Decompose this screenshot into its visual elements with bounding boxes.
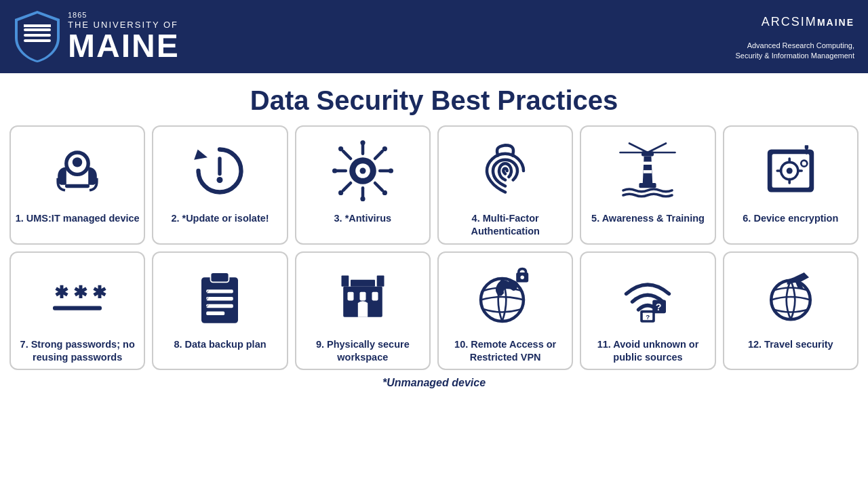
svg-marker-33 xyxy=(643,156,652,183)
svg-rect-61 xyxy=(377,275,384,286)
svg-point-19 xyxy=(389,168,393,173)
svg-rect-2 xyxy=(24,39,51,42)
svg-rect-51 xyxy=(211,272,229,282)
svg-rect-1 xyxy=(24,34,51,37)
svg-point-13 xyxy=(360,140,365,145)
globe-lock-icon xyxy=(468,260,542,334)
svg-rect-53 xyxy=(207,297,234,300)
clipboard-icon: ✓ ✓ ✓ xyxy=(182,260,257,334)
card-9-label: 9. Physically secure workspace xyxy=(300,338,425,364)
university-logo: 1865 THE UNIVERSITY OF MAINE xyxy=(14,9,180,64)
svg-rect-35 xyxy=(644,170,652,174)
card-10-label: 10. Remote Access or Restricted VPN xyxy=(443,338,568,364)
card-2-label: 2. *Update or isolate! xyxy=(171,212,269,225)
svg-rect-60 xyxy=(351,279,375,286)
university-name-block: 1865 THE UNIVERSITY OF MAINE xyxy=(68,11,180,63)
page-title: Data Security Best Practices xyxy=(0,73,868,125)
svg-point-4 xyxy=(73,157,82,167)
svg-rect-59 xyxy=(341,275,349,286)
card-8-label: 8. Data backup plan xyxy=(174,338,266,351)
svg-point-25 xyxy=(382,146,387,151)
lighthouse-icon xyxy=(610,134,685,208)
svg-rect-49 xyxy=(53,306,102,310)
card-12-label: 12. Travel security xyxy=(748,338,833,351)
svg-point-8 xyxy=(217,177,223,183)
card-10: 10. Remote Access or Restricted VPN xyxy=(437,251,573,371)
svg-rect-36 xyxy=(639,183,656,188)
card-3-label: 3. *Antivirus xyxy=(334,212,392,225)
svg-line-24 xyxy=(375,151,382,159)
svg-rect-5 xyxy=(65,184,90,188)
cards-grid: 1. UMS:IT managed device 2. *Update or i… xyxy=(0,125,868,370)
card-9: 9. Physically secure workspace xyxy=(295,251,431,371)
card-11-label: 11. Avoid unknown or public sources xyxy=(585,338,710,364)
card-12: 12. Travel security xyxy=(723,251,859,371)
fingerprint-icon xyxy=(468,134,542,208)
virus-icon xyxy=(326,134,400,208)
svg-rect-63 xyxy=(347,291,353,300)
card-7: ✱ ✱ ✱ 7. Strong passwords; no reusing pa… xyxy=(9,251,145,371)
svg-point-27 xyxy=(338,190,343,195)
page-header: 1865 THE UNIVERSITY OF MAINE ARCSIMMAINE… xyxy=(0,0,868,73)
svg-point-74 xyxy=(771,280,810,319)
svg-line-20 xyxy=(343,151,351,159)
svg-rect-54 xyxy=(207,304,234,307)
card-3: 3. *Antivirus xyxy=(295,125,431,245)
svg-line-29 xyxy=(648,144,666,153)
footer-note: *Unmanaged device xyxy=(0,377,868,389)
svg-line-28 xyxy=(629,144,648,153)
svg-point-11 xyxy=(359,168,366,174)
svg-rect-32 xyxy=(642,151,654,156)
safe-icon xyxy=(753,134,828,208)
card-1-label: 1. UMS:IT managed device xyxy=(16,212,140,225)
update-icon xyxy=(182,134,257,208)
card-6: 6. Device encryption xyxy=(723,125,859,245)
card-8: ✓ ✓ ✓ 8. Data backup plan xyxy=(152,251,288,371)
card-6-label: 6. Device encryption xyxy=(743,212,838,225)
svg-line-22 xyxy=(375,183,382,190)
svg-point-17 xyxy=(332,168,337,173)
card-1: 1. UMS:IT managed device xyxy=(9,125,145,245)
svg-point-23 xyxy=(382,190,387,195)
svg-text:?: ? xyxy=(656,301,662,312)
card-5: 5. Awareness & Training xyxy=(580,125,715,245)
wifi-question-icon: ? ? xyxy=(610,260,685,334)
svg-marker-6 xyxy=(195,150,208,160)
card-2: 2. *Update or isolate! xyxy=(152,125,288,245)
svg-rect-65 xyxy=(372,291,378,300)
shield-icon xyxy=(14,9,61,64)
svg-point-15 xyxy=(360,197,365,201)
svg-point-68 xyxy=(521,275,524,279)
svg-text:✓: ✓ xyxy=(206,296,210,302)
card-11: ? ? 11. Avoid unknown or public sources xyxy=(580,251,715,371)
arcsim-logo: ARCSIMMAINE Advanced Research Computing,… xyxy=(736,12,854,62)
card-4-label: 4. Multi-Factor Authentication xyxy=(443,212,568,238)
card-4: 4. Multi-Factor Authentication xyxy=(437,125,573,245)
svg-rect-47 xyxy=(805,145,808,148)
card-5-label: 5. Awareness & Training xyxy=(591,212,705,225)
headset-icon xyxy=(40,134,115,208)
castle-icon xyxy=(326,260,400,334)
card-7-label: 7. Strong passwords; no reusing password… xyxy=(15,338,140,364)
airplane-globe-icon xyxy=(753,260,828,334)
svg-text:✓: ✓ xyxy=(206,288,210,294)
svg-text:✱ ✱ ✱: ✱ ✱ ✱ xyxy=(54,282,106,301)
svg-line-26 xyxy=(343,183,351,190)
svg-text:?: ? xyxy=(646,313,650,321)
svg-rect-52 xyxy=(207,289,234,293)
svg-rect-0 xyxy=(24,28,51,31)
svg-rect-64 xyxy=(359,291,366,300)
svg-point-40 xyxy=(787,168,793,174)
svg-rect-34 xyxy=(644,162,652,165)
password-icon: ✱ ✱ ✱ xyxy=(40,260,115,334)
svg-rect-55 xyxy=(207,311,225,314)
svg-point-21 xyxy=(338,146,343,151)
svg-text:✓: ✓ xyxy=(206,303,210,309)
